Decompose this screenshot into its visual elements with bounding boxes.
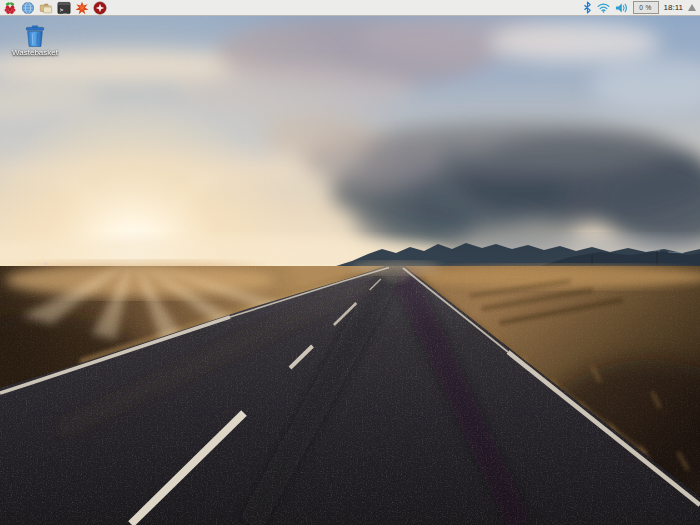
bluetooth-icon[interactable] (583, 1, 592, 14)
clock[interactable]: 18:11 (664, 0, 683, 16)
wallpaper-road-sunset (0, 16, 700, 525)
taskbar-launchers: >_ (0, 0, 107, 15)
menu-raspberry-icon (3, 1, 17, 15)
web-browser-icon (21, 1, 35, 15)
taskbar: >_ (0, 0, 700, 16)
wolfram-icon (93, 1, 107, 15)
svg-text:>_: >_ (59, 5, 67, 13)
volume-icon[interactable] (615, 2, 628, 14)
distant-car (44, 263, 48, 266)
wifi-icon[interactable] (597, 2, 610, 13)
cpu-usage-value: 0 % (639, 4, 652, 11)
file-manager-button[interactable] (38, 0, 53, 15)
system-tray: 0 % 18:11 (583, 0, 700, 16)
file-manager-icon (39, 1, 53, 15)
wastebasket-desktop-icon[interactable]: Wastebasket (11, 25, 59, 57)
wastebasket-icon (23, 25, 47, 47)
wastebasket-label: Wastebasket (12, 48, 58, 57)
terminal-button[interactable]: >_ (56, 0, 71, 15)
menu-button[interactable] (2, 0, 17, 15)
cpu-usage-monitor[interactable]: 0 % (633, 1, 659, 14)
mathematica-button[interactable] (74, 0, 89, 15)
eject-icon[interactable] (688, 4, 696, 11)
desktop-area[interactable]: Wastebasket (0, 16, 700, 525)
web-browser-button[interactable] (20, 0, 35, 15)
terminal-icon: >_ (57, 1, 71, 15)
mathematica-icon (75, 1, 89, 15)
wolfram-button[interactable] (92, 0, 107, 15)
